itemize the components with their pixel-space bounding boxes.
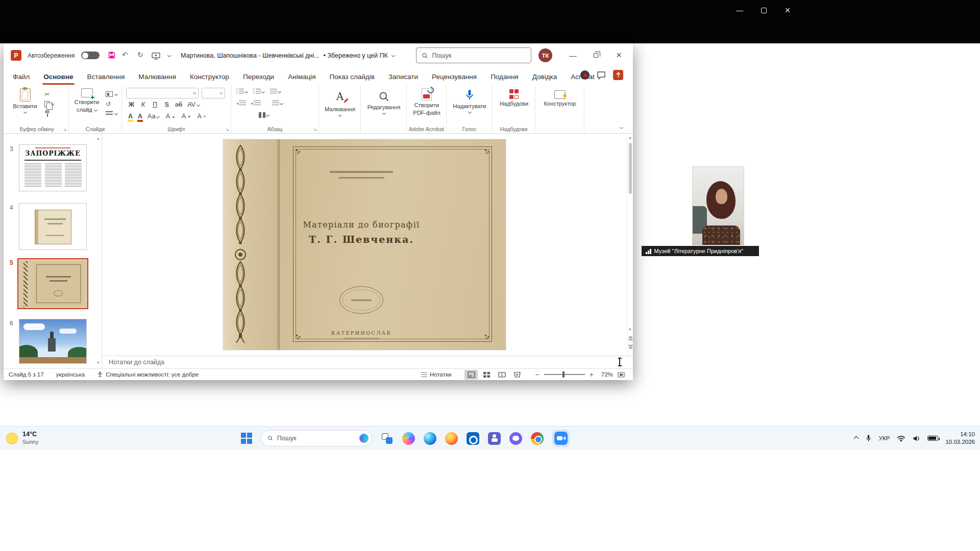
wifi-icon[interactable]: [897, 435, 905, 442]
teams-icon[interactable]: [488, 432, 501, 445]
powerpoint-app-icon[interactable]: P: [11, 50, 21, 61]
dialog-launcher-icon[interactable]: ↘: [63, 127, 67, 132]
comments-icon[interactable]: [597, 71, 606, 80]
slide-thumbnail-6[interactable]: [19, 319, 87, 364]
panel-scroll-up-icon[interactable]: ▲: [96, 137, 100, 140]
webcam-video[interactable]: [693, 167, 744, 245]
tab-animations[interactable]: Анімація: [288, 73, 315, 81]
scroll-down-icon[interactable]: ▼: [627, 328, 633, 331]
change-case-button[interactable]: Aa: [148, 113, 159, 120]
character-spacing-button[interactable]: AV: [187, 101, 200, 108]
designer-button[interactable]: Конструктор: [540, 90, 580, 107]
weather-widget[interactable]: 14°C Sunny: [6, 427, 38, 450]
create-pdf-button[interactable]: Створити PDF-файл: [409, 88, 445, 116]
share-button[interactable]: [613, 70, 623, 80]
editor-scrollbar[interactable]: ▲ ▼: [627, 134, 633, 356]
layout-button[interactable]: [106, 89, 117, 99]
zoom-out-button[interactable]: −: [535, 370, 539, 379]
bullets-button[interactable]: [236, 89, 248, 94]
tab-record[interactable]: Записати: [388, 73, 418, 81]
view-reading-button[interactable]: [495, 370, 508, 380]
search-input[interactable]: [432, 52, 526, 59]
columns-button[interactable]: [259, 112, 269, 118]
notes-toggle[interactable]: Нотатки: [421, 371, 451, 378]
copy-button[interactable]: [44, 99, 54, 109]
shrink-font-button[interactable]: А▼: [180, 113, 191, 120]
collapse-ribbon-icon[interactable]: [620, 126, 623, 129]
dialog-launcher-icon[interactable]: ↘: [313, 127, 317, 132]
format-painter-button[interactable]: [44, 109, 54, 118]
record-button[interactable]: [580, 70, 590, 80]
reset-button[interactable]: ↺: [106, 99, 117, 109]
start-button[interactable]: [241, 433, 252, 444]
tab-file[interactable]: Файл: [13, 73, 30, 81]
copilot-icon[interactable]: [402, 432, 415, 445]
slide-thumbnail-4[interactable]: [19, 203, 87, 250]
slide-editor-canvas[interactable]: Матеріали до биографії Т. Г. Шевченка. К…: [102, 134, 627, 356]
paste-button[interactable]: Вставити: [11, 88, 39, 113]
zoom-level[interactable]: 72%: [601, 371, 613, 378]
addins-button[interactable]: Надбудови: [496, 89, 532, 107]
task-view-button[interactable]: [381, 432, 394, 445]
tab-transitions[interactable]: Переходи: [243, 73, 274, 81]
scroll-up-icon[interactable]: ▲: [627, 136, 633, 139]
edge-icon[interactable]: [424, 432, 436, 445]
cut-button[interactable]: ✂: [44, 89, 54, 99]
scrollbar-thumb[interactable]: [629, 143, 632, 194]
editing-button[interactable]: Редагування: [365, 90, 403, 114]
underline-button[interactable]: П: [152, 101, 158, 108]
saved-status[interactable]: • Збережено у цей ПК: [324, 52, 388, 59]
tray-expand-icon[interactable]: [853, 436, 859, 441]
fit-slide-icon[interactable]: [618, 371, 625, 378]
microphone-tray-icon[interactable]: [865, 434, 872, 442]
tab-draw[interactable]: Малювання: [138, 73, 176, 81]
section-button[interactable]: [106, 109, 117, 118]
clock[interactable]: 14:10 10.03.2026: [945, 431, 975, 446]
tab-review[interactable]: Рецензування: [432, 73, 477, 81]
dictate-button[interactable]: Надиктувати: [451, 88, 488, 113]
dialog-launcher-icon[interactable]: ↘: [225, 127, 229, 132]
slide-thumbnail-3[interactable]: ЗАПОРІЖЖЕ: [19, 144, 87, 191]
chrome-icon[interactable]: [531, 432, 544, 445]
titlebar-search[interactable]: [416, 47, 531, 63]
window-restore-button[interactable]: [584, 43, 607, 67]
tab-home[interactable]: Основне: [43, 73, 73, 81]
font-size-combobox[interactable]: [202, 88, 225, 98]
outlook-icon[interactable]: [467, 432, 479, 445]
italic-button[interactable]: К: [140, 101, 146, 108]
zoom-slider[interactable]: [544, 374, 585, 375]
accessibility-checker[interactable]: Спеціальні можливості: усе добре: [97, 371, 199, 378]
start-slideshow-icon[interactable]: [152, 52, 160, 62]
battery-icon[interactable]: [927, 436, 938, 441]
undo-icon[interactable]: ↶: [122, 51, 128, 59]
save-icon[interactable]: [108, 51, 116, 61]
view-slide-sorter-button[interactable]: [480, 370, 493, 380]
font-name-combobox[interactable]: [126, 88, 199, 98]
zoom-slider-thumb[interactable]: [562, 371, 565, 378]
view-normal-button[interactable]: [464, 370, 478, 380]
line-spacing-button[interactable]: [270, 89, 281, 94]
slide-thumbnail-5[interactable]: [17, 258, 88, 309]
bold-button[interactable]: Ж: [128, 101, 135, 108]
font-color-button[interactable]: А: [138, 113, 142, 120]
volume-icon[interactable]: [913, 435, 920, 442]
text-highlight-button[interactable]: А: [128, 113, 133, 120]
drawing-button[interactable]: A Малювання: [322, 90, 358, 116]
strikethrough-button[interactable]: аб: [175, 101, 182, 108]
previous-slide-icon[interactable]: [628, 336, 633, 341]
redo-icon[interactable]: ↻: [137, 51, 143, 59]
minimize-icon[interactable]: —: [731, 4, 748, 16]
window-close-button[interactable]: ×: [607, 43, 630, 67]
tab-help[interactable]: Довідка: [532, 73, 557, 81]
autosave-toggle[interactable]: [81, 52, 100, 59]
language-indicator[interactable]: УКР: [879, 435, 890, 441]
taskbar-search-input[interactable]: [277, 435, 355, 442]
next-slide-icon[interactable]: [628, 344, 633, 349]
slide-image[interactable]: Матеріали до биографії Т. Г. Шевченка. К…: [223, 139, 506, 350]
zoom-app-icon[interactable]: [552, 430, 570, 447]
tab-insert[interactable]: Вставлення: [87, 73, 125, 81]
convert-smartart-button[interactable]: [272, 101, 283, 106]
taskbar-search[interactable]: [261, 430, 372, 446]
tab-view[interactable]: Подання: [491, 73, 519, 81]
notes-pane[interactable]: Нотатки до слайда: [102, 356, 633, 368]
